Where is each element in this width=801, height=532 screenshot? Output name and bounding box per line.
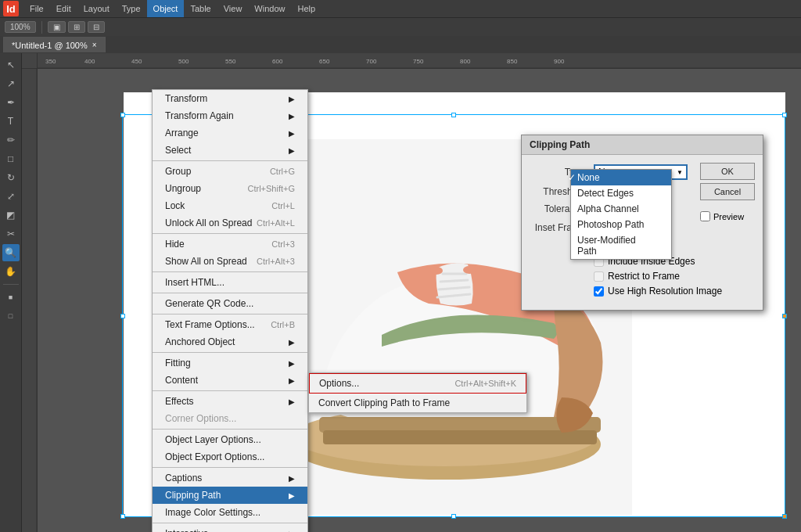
menu-edit[interactable]: Edit <box>50 0 77 17</box>
dialog-preview-row: Preview <box>700 211 755 221</box>
menu-captions-arrow: ▶ <box>289 474 295 483</box>
menu-content-arrow: ▶ <box>289 376 295 385</box>
menu-select[interactable]: Select ▶ <box>153 142 307 159</box>
menu-qr[interactable]: Generate QR Code... <box>153 295 307 312</box>
toolbar-btn-preview[interactable]: ▣ <box>48 21 66 33</box>
menu-anchored-object-label: Anchored Object <box>165 336 235 347</box>
tool-zoom[interactable]: 🔍 <box>2 244 20 261</box>
menu-image-color-settings[interactable]: Image Color Settings... <box>153 504 307 521</box>
tool-direct-select[interactable]: ↗ <box>2 75 20 92</box>
svg-text:400: 400 <box>84 58 95 65</box>
dialog-preview-check[interactable] <box>700 211 710 221</box>
toolbar: 100% ▣ ⊞ ⊟ <box>0 17 801 36</box>
svg-text:850: 850 <box>507 58 518 65</box>
tool-stroke[interactable]: □ <box>2 307 20 325</box>
type-option-user[interactable]: User-Modified Path <box>571 232 671 259</box>
menu-object-layer-options-label: Object Layer Options... <box>165 434 261 445</box>
menu-clipping-path[interactable]: Clipping Path ▶ <box>153 487 307 504</box>
type-option-none[interactable]: ✓None <box>571 170 671 185</box>
tool-select[interactable]: ↖ <box>2 56 20 74</box>
menu-sep-1 <box>153 160 307 161</box>
menu-bar: Id File Edit Layout Type Object Table Vi… <box>0 0 801 17</box>
tool-scale[interactable]: ⤢ <box>2 188 20 205</box>
menu-table[interactable]: Table <box>184 0 217 17</box>
menu-object-export-options[interactable]: Object Export Options... <box>153 448 307 466</box>
menu-type[interactable]: Type <box>116 0 147 17</box>
menu-ungroup[interactable]: Ungroup Ctrl+Shift+G <box>153 180 307 197</box>
dialog-type-arrow: ▼ <box>677 169 683 176</box>
menu-content[interactable]: Content ▶ <box>153 372 307 389</box>
menu-help[interactable]: Help <box>291 0 321 17</box>
type-option-alpha[interactable]: Alpha Channel <box>571 201 671 217</box>
menu-group[interactable]: Group Ctrl+G <box>153 163 307 180</box>
submenu-options[interactable]: Options... Ctrl+Alt+Shift+K <box>309 373 526 394</box>
menu-object-layer-options[interactable]: Object Layer Options... <box>153 431 307 448</box>
menu-effects[interactable]: Effects ▶ <box>153 393 307 410</box>
tool-fill[interactable]: ■ <box>2 289 20 306</box>
menu-arrange[interactable]: Arrange ▶ <box>153 124 307 142</box>
dialog-highres-check[interactable] <box>594 286 604 297</box>
menu-transform-again-arrow: ▶ <box>289 112 295 120</box>
tool-rotate[interactable]: ↻ <box>2 169 20 186</box>
dialog-title: Clipping Path <box>522 135 763 155</box>
menu-fitting[interactable]: Fitting ▶ <box>153 354 307 372</box>
app-icon: Id <box>3 1 19 16</box>
svg-text:650: 650 <box>319 58 330 65</box>
submenu-convert-label: Convert Clipping Path to Frame <box>318 397 450 408</box>
ruler-vertical <box>22 69 38 532</box>
menu-unlock[interactable]: Unlock All on Spread Ctrl+Alt+L <box>153 214 307 232</box>
menu-transform[interactable]: Transform ▶ <box>153 90 307 107</box>
toolbar-sep-1 <box>41 21 42 34</box>
menu-sep-2 <box>153 233 307 234</box>
menu-sep-7 <box>153 390 307 391</box>
menu-sep-6 <box>153 352 307 353</box>
type-option-user-label: User-Modified Path <box>577 235 636 257</box>
menu-hide[interactable]: Hide Ctrl+3 <box>153 235 307 253</box>
menu-show-all[interactable]: Show All on Spread Ctrl+Alt+3 <box>153 253 307 270</box>
doc-tab-label: *Untitled-1 @ 100% <box>12 41 88 50</box>
menu-clipping-path-arrow: ▶ <box>289 491 295 500</box>
doc-tab-close[interactable]: × <box>92 41 97 49</box>
menu-window[interactable]: Window <box>248 0 291 17</box>
menu-view[interactable]: View <box>217 0 249 17</box>
menu-lock-shortcut: Ctrl+L <box>271 201 295 210</box>
toolbar-btn-bleed[interactable]: ⊟ <box>88 21 105 33</box>
dialog-restrict-check[interactable] <box>594 271 604 282</box>
tool-gradient[interactable]: ◩ <box>2 207 20 224</box>
tool-pencil[interactable]: ✏ <box>2 131 20 149</box>
menu-sep-9 <box>153 467 307 468</box>
menu-hide-shortcut: Ctrl+3 <box>271 239 295 249</box>
type-option-photoshop[interactable]: Photoshop Path <box>571 217 671 232</box>
menu-interactive[interactable]: Interactive ▶ <box>153 525 307 532</box>
menu-captions[interactable]: Captions ▶ <box>153 469 307 487</box>
tool-hand[interactable]: ✋ <box>2 263 20 280</box>
doc-tab[interactable]: *Untitled-1 @ 100% × <box>3 37 106 52</box>
svg-text:500: 500 <box>178 58 189 65</box>
svg-text:350: 350 <box>45 58 56 65</box>
tool-pen[interactable]: ✒ <box>2 94 20 111</box>
dialog-cancel-button[interactable]: Cancel <box>700 183 755 200</box>
menu-file[interactable]: File <box>23 0 50 17</box>
menu-lock[interactable]: Lock Ctrl+L <box>153 197 307 214</box>
dialog-ok-button[interactable]: OK <box>700 163 755 180</box>
menu-insert-html[interactable]: Insert HTML... <box>153 274 307 291</box>
tool-rect[interactable]: □ <box>2 150 20 167</box>
menu-anchored-object[interactable]: Anchored Object ▶ <box>153 333 307 350</box>
tool-scissors[interactable]: ✂ <box>2 225 20 243</box>
menu-select-label: Select <box>165 145 191 156</box>
menu-content-label: Content <box>165 375 198 386</box>
type-option-none-label: ✓None <box>577 172 600 183</box>
submenu-convert[interactable]: Convert Clipping Path to Frame <box>309 394 526 412</box>
svg-text:450: 450 <box>131 58 142 65</box>
menu-transform-again[interactable]: Transform Again ▶ <box>153 107 307 124</box>
menu-text-frame-options[interactable]: Text Frame Options... Ctrl+B <box>153 316 307 333</box>
type-option-detect[interactable]: Detect Edges <box>571 185 671 201</box>
toolbar-zoom[interactable]: 100% <box>5 21 36 33</box>
menu-select-arrow: ▶ <box>289 146 295 155</box>
menu-layout[interactable]: Layout <box>77 0 116 17</box>
toolbar-btn-layout[interactable]: ⊞ <box>68 21 85 33</box>
menu-interactive-label: Interactive <box>165 528 208 532</box>
menu-object[interactable]: Object <box>147 0 185 17</box>
tool-type[interactable]: T <box>2 113 20 130</box>
svg-text:900: 900 <box>554 58 565 65</box>
